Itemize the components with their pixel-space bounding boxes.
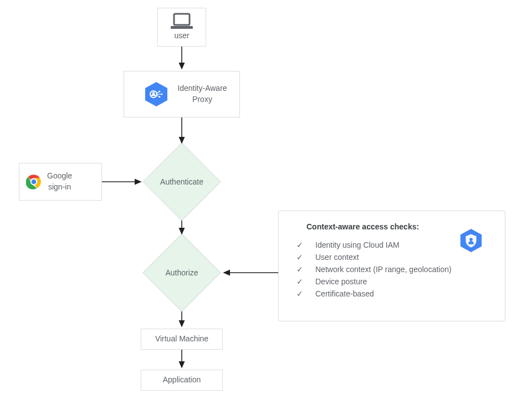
check-item: Device posture — [296, 275, 494, 288]
svg-rect-0 — [174, 14, 190, 25]
node-user-label: user — [174, 30, 189, 42]
svg-point-15 — [469, 238, 473, 241]
diamond-authorize — [142, 233, 221, 311]
diamond-authenticate — [142, 142, 221, 221]
iap-hex-icon — [143, 81, 170, 108]
node-user: user — [157, 8, 206, 47]
node-google-signin: Google sign-in — [19, 163, 102, 201]
node-app-label: Application — [163, 375, 201, 386]
svg-rect-1 — [171, 26, 193, 29]
laptop-icon — [170, 13, 194, 29]
node-signin-label: Google sign-in — [47, 171, 72, 192]
node-iap-label: Identity-Aware Proxy — [177, 83, 227, 105]
chrome-icon — [26, 174, 42, 190]
check-item: Network context (IP range, geolocation) — [296, 263, 494, 275]
svg-point-4 — [152, 92, 155, 94]
security-hex-icon — [458, 228, 484, 253]
panel-context-aware: Context-aware access checks: Identity us… — [278, 211, 505, 321]
node-iap: Identity-Aware Proxy — [124, 71, 240, 117]
node-app: Application — [141, 370, 223, 391]
node-vm: Virtual Machine — [141, 329, 223, 350]
check-item: Certificate-based — [296, 288, 494, 300]
node-vm-label: Virtual Machine — [155, 334, 208, 345]
